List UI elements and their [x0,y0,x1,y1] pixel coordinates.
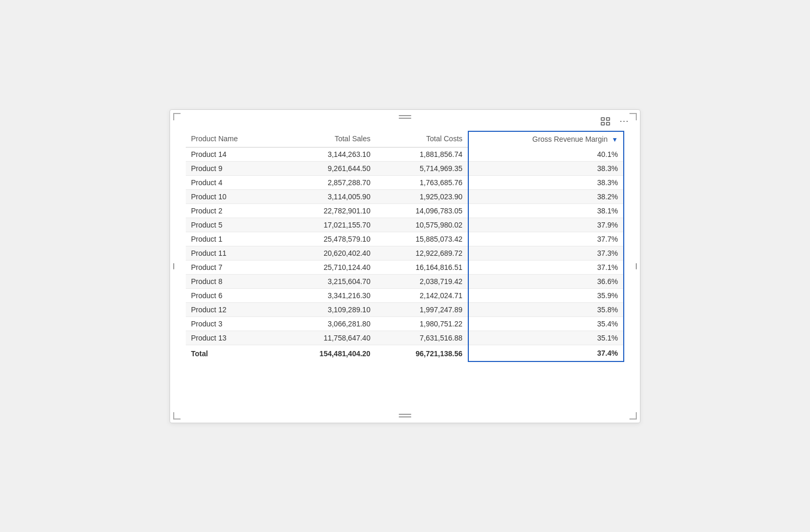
cell-total-sales: 9,261,644.50 [277,162,376,176]
cell-gross-revenue-margin: 38.2% [468,190,624,204]
cell-total-sales: 25,710,124.40 [277,261,376,275]
col-header-total-sales: Total Sales [277,131,376,148]
cell-total-costs: 1,980,751.22 [376,317,468,331]
cell-total-costs: 12,922,689.72 [376,246,468,261]
toolbar: ··· [598,114,632,129]
corner-bracket-bl [173,412,181,420]
table-area: Product Name Total Sales Total Costs Gro… [186,131,624,363]
cell-gross-revenue-margin: 37.7% [468,232,624,246]
cell-gross-revenue-margin: 40.1% [468,148,624,162]
svg-rect-1 [606,118,610,120]
table-row: Product 3 3,066,281.80 1,980,751.22 35.4… [186,317,624,331]
cell-product-name: Product 5 [186,218,277,232]
ellipsis-icon: ··· [620,116,629,127]
cell-gross-revenue-margin: 35.1% [468,331,624,345]
cell-total-sales: 2,857,288.70 [277,176,376,190]
cell-total-sales: 3,109,289.10 [277,303,376,317]
cell-total-costs: 2,142,024.71 [376,289,468,303]
drag-handle-right[interactable] [636,263,637,269]
table-row: Product 6 3,341,216.30 2,142,024.71 35.9… [186,289,624,303]
table-row: Product 9 9,261,644.50 5,714,969.35 38.3… [186,162,624,176]
more-options-button[interactable]: ··· [617,114,632,129]
col-header-product-name: Product Name [186,131,277,148]
cell-total-sales: 3,144,263.10 [277,148,376,162]
cell-product-name: Product 7 [186,261,277,275]
data-table: Product Name Total Sales Total Costs Gro… [186,131,624,363]
cell-product-name: Product 3 [186,317,277,331]
cell-total-costs: 5,714,969.35 [376,162,468,176]
cell-total-costs: 14,096,783.05 [376,204,468,218]
cell-product-name: Product 1 [186,232,277,246]
table-row: Product 1 25,478,579.10 15,885,073.42 37… [186,232,624,246]
cell-product-name: Product 8 [186,275,277,289]
corner-bracket-tl [173,113,181,120]
table-row: Product 5 17,021,155.70 10,575,980.02 37… [186,218,624,232]
cell-total-costs: 1,881,856.74 [376,148,468,162]
table-row: Product 13 11,758,647.40 7,631,516.88 35… [186,331,624,345]
table-row: Product 12 3,109,289.10 1,997,247.89 35.… [186,303,624,317]
cell-gross-revenue-margin: 36.6% [468,275,624,289]
table-row: Product 8 3,215,604.70 2,038,719.42 36.6… [186,275,624,289]
cell-product-name: Product 2 [186,204,277,218]
widget-container: ··· Product Name Total Sales Total Costs… [170,109,640,423]
cell-gross-revenue-margin: 35.9% [468,289,624,303]
drag-handle-bottom[interactable] [399,414,411,417]
cell-total-costs: 16,164,816.51 [376,261,468,275]
cell-gross-revenue-margin: 37.9% [468,218,624,232]
col-header-gross-revenue-margin[interactable]: Gross Revenue Margin ▼ [468,131,624,148]
cell-gross-revenue-margin: 35.8% [468,303,624,317]
cell-product-name: Product 14 [186,148,277,162]
svg-rect-3 [606,122,610,125]
cell-grand-total-sales: 154,481,404.20 [277,345,376,362]
cell-product-name: Product 6 [186,289,277,303]
cell-product-name: Product 10 [186,190,277,204]
focus-button[interactable] [598,114,613,129]
corner-bracket-br [629,412,637,420]
cell-gross-revenue-margin: 37.1% [468,261,624,275]
cell-total-sales: 3,215,604.70 [277,275,376,289]
col-header-total-costs: Total Costs [376,131,468,148]
svg-rect-2 [601,122,604,125]
svg-rect-0 [601,118,604,120]
cell-gross-revenue-margin: 35.4% [468,317,624,331]
cell-total-sales: 25,478,579.10 [277,232,376,246]
cell-total-costs: 2,038,719.42 [376,275,468,289]
cell-total-costs: 1,925,023.90 [376,190,468,204]
cell-total-costs: 1,763,685.76 [376,176,468,190]
table-row: Product 14 3,144,263.10 1,881,856.74 40.… [186,148,624,162]
cell-grand-total-margin: 37.4% [468,345,624,362]
table-row: Product 7 25,710,124.40 16,164,816.51 37… [186,261,624,275]
cell-gross-revenue-margin: 38.1% [468,204,624,218]
cell-total-costs: 7,631,516.88 [376,331,468,345]
sort-desc-icon: ▼ [612,136,618,143]
cell-total-costs: 15,885,073.42 [376,232,468,246]
cell-total-costs: 10,575,980.02 [376,218,468,232]
table-row: Product 2 22,782,901.10 14,096,783.05 38… [186,204,624,218]
cell-product-name: Product 12 [186,303,277,317]
cell-product-name: Product 11 [186,246,277,261]
cell-grand-total-costs: 96,721,138.56 [376,345,468,362]
focus-icon [601,117,610,126]
table-row: Product 11 20,620,402.40 12,922,689.72 3… [186,246,624,261]
cell-total-sales: 17,021,155.70 [277,218,376,232]
cell-total-sales: 11,758,647.40 [277,331,376,345]
table-row: Product 4 2,857,288.70 1,763,685.76 38.3… [186,176,624,190]
cell-gross-revenue-margin: 37.3% [468,246,624,261]
cell-total-costs: 1,997,247.89 [376,303,468,317]
cell-total-sales: 20,620,402.40 [277,246,376,261]
cell-gross-revenue-margin: 38.3% [468,176,624,190]
cell-total-sales: 3,114,005.90 [277,190,376,204]
table-header-row: Product Name Total Sales Total Costs Gro… [186,131,624,148]
cell-total-sales: 22,782,901.10 [277,204,376,218]
drag-handle-top[interactable] [399,115,411,119]
cell-gross-revenue-margin: 38.3% [468,162,624,176]
cell-product-name: Product 9 [186,162,277,176]
cell-product-name: Product 4 [186,176,277,190]
cell-total-sales: 3,341,216.30 [277,289,376,303]
cell-total-label: Total [186,345,277,362]
table-row: Product 10 3,114,005.90 1,925,023.90 38.… [186,190,624,204]
cell-total-sales: 3,066,281.80 [277,317,376,331]
drag-handle-left[interactable] [173,263,174,269]
cell-product-name: Product 13 [186,331,277,345]
total-row: Total 154,481,404.20 96,721,138.56 37.4% [186,345,624,362]
